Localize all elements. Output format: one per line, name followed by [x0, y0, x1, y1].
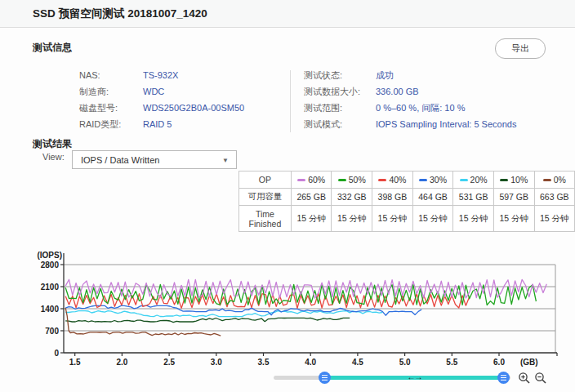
- chevron-down-icon: ▼: [222, 151, 229, 170]
- y-tick-label: 700: [45, 327, 59, 336]
- info-row: RAID类型:RAID 5: [79, 116, 244, 132]
- capacity-cell: 663 GB: [534, 189, 574, 206]
- op-legend-cell: 0%: [534, 172, 574, 189]
- test-info-right-column: 测试状态:成功测试数据大小:336.00 GB测试范围:0 %–60 %, 间隔…: [304, 67, 516, 132]
- time-finished-cell: 15 分钟: [291, 206, 332, 232]
- op-legend-cell: 20%: [453, 172, 494, 189]
- op-legend-cell: 40%: [372, 172, 413, 189]
- info-value: 0 %–60 %, 间隔: 10 %: [376, 103, 465, 113]
- info-row: 测试模式:IOPS Sampling Interval: 5 Seconds: [304, 116, 516, 132]
- info-label: 磁盘型号:: [79, 100, 143, 116]
- op-legend-cell: 10%: [493, 172, 534, 189]
- info-row: 磁盘型号:WDS250G2B0A-00SM50: [79, 100, 244, 116]
- info-label: RAID类型:: [79, 116, 143, 132]
- time-finished-cell: 15 分钟: [412, 206, 453, 232]
- test-results-section-title: 测试结果: [33, 137, 72, 151]
- info-row: 测试范围:0 %–60 %, 间隔: 10 %: [304, 100, 516, 116]
- y-tick-label: 1400: [41, 305, 60, 314]
- view-dropdown[interactable]: IOPS / Data Written ▼: [72, 150, 237, 169]
- series-color-swatch-icon: [500, 179, 508, 181]
- info-row: 测试状态:成功: [304, 67, 516, 83]
- x-tick-label: 3.5: [258, 358, 270, 367]
- info-label: 测试模式:: [304, 116, 376, 132]
- op-legend-cell: 30%: [412, 172, 453, 189]
- table-row: TimeFinished15 分钟15 分钟15 分钟15 分钟15 分钟15 …: [239, 206, 575, 232]
- info-value: 336.00 GB: [376, 87, 419, 96]
- time-finished-cell: 15 分钟: [453, 206, 494, 232]
- series-color-swatch-icon: [378, 179, 386, 181]
- time-finished-cell: 15 分钟: [332, 206, 372, 232]
- info-value: WDC: [143, 87, 164, 96]
- info-label: 测试数据大小:: [304, 83, 376, 100]
- info-label: NAS:: [79, 67, 143, 83]
- capacity-cell: 265 GB: [291, 189, 332, 206]
- slider-left-handle[interactable]: [319, 372, 331, 384]
- grip-icon: [501, 377, 506, 378]
- info-value: 成功: [376, 70, 394, 80]
- capacity-cell: 398 GB: [372, 189, 413, 206]
- chart-range-slider-track[interactable]: [274, 376, 510, 380]
- x-tick-label: 5.0: [399, 358, 411, 367]
- info-value: IOPS Sampling Interval: 5 Seconds: [376, 119, 516, 129]
- x-axis-unit-label: (GB): [520, 358, 538, 367]
- test-info-section-title: 测试信息: [33, 41, 72, 55]
- table-row: OP60%50%40%30%20%10%0%: [239, 172, 575, 189]
- info-value: TS-932X: [143, 70, 178, 80]
- info-row: NAS:TS-932X: [79, 67, 244, 83]
- x-tick-label: 5.5: [446, 358, 457, 367]
- info-column-divider: [290, 70, 291, 132]
- op-legend-cell: 50%: [332, 172, 372, 189]
- info-row: 测试数据大小:336.00 GB: [304, 83, 516, 100]
- zoom-in-icon[interactable]: [518, 372, 531, 385]
- op-row-header: OP: [239, 172, 292, 189]
- capacity-cell: 464 GB: [412, 189, 453, 206]
- page-title: SSD 预留空间测试 20181007_1420: [33, 0, 207, 27]
- y-tick-label: 2800: [41, 261, 60, 270]
- info-value: RAID 5: [143, 119, 172, 129]
- view-label: View:: [42, 152, 65, 162]
- series-color-swatch-icon: [460, 179, 468, 181]
- x-tick-label: 1.5: [69, 358, 81, 367]
- capacity-cell: 597 GB: [493, 189, 534, 206]
- export-button[interactable]: 导出: [495, 38, 546, 59]
- zoom-out-icon[interactable]: [534, 372, 547, 385]
- x-tick-label: 4.5: [352, 358, 363, 367]
- x-tick-label: 6.0: [493, 358, 505, 367]
- series-color-swatch-icon: [419, 179, 427, 181]
- test-info-left-column: NAS:TS-932X制造商:WDC磁盘型号:WDS250G2B0A-00SM5…: [79, 67, 244, 132]
- series-line-20%: [65, 311, 382, 317]
- x-tick-label: 2.0: [116, 358, 127, 367]
- table-row: 可用容量265 GB332 GB398 GB464 GB531 GB597 GB…: [239, 189, 575, 206]
- pan-arrows-icon[interactable]: ←→: [407, 372, 421, 381]
- info-label: 测试范围:: [304, 100, 376, 116]
- series-color-swatch-icon: [543, 179, 551, 181]
- series-line-10%: [65, 318, 350, 322]
- series-color-swatch-icon: [297, 179, 305, 181]
- info-label: 制造商:: [79, 83, 143, 100]
- capacity-cell: 531 GB: [453, 189, 494, 206]
- capacity-cell: 332 GB: [332, 189, 372, 206]
- op-summary-table: OP60%50%40%30%20%10%0%可用容量265 GB332 GB39…: [238, 171, 575, 232]
- y-tick-label: 2100: [41, 283, 60, 292]
- x-tick-label: 3.0: [211, 358, 222, 367]
- op-legend-cell: 60%: [291, 172, 332, 189]
- series-color-swatch-icon: [338, 179, 346, 181]
- time-row-header: TimeFinished: [239, 206, 292, 232]
- capacity-row-header: 可用容量: [239, 189, 292, 206]
- iops-line-chart: 0700140021002800(IOPS)1.52.02.53.03.54.0…: [0, 245, 575, 369]
- info-value: WDS250G2B0A-00SM50: [143, 103, 244, 113]
- view-dropdown-value: IOPS / Data Written: [81, 155, 159, 165]
- x-tick-label: 4.0: [305, 358, 316, 367]
- time-finished-cell: 15 分钟: [534, 206, 574, 232]
- time-finished-cell: 15 分钟: [372, 206, 413, 232]
- y-tick-label: 0: [54, 349, 59, 358]
- info-row: 制造商:WDC: [79, 83, 244, 100]
- y-axis-unit-label: (IOPS): [37, 251, 62, 260]
- grip-icon: [322, 377, 328, 378]
- info-label: 测试状态:: [304, 67, 376, 83]
- x-tick-label: 2.5: [163, 358, 175, 367]
- slider-right-handle[interactable]: [497, 372, 510, 384]
- time-finished-cell: 15 分钟: [493, 206, 534, 232]
